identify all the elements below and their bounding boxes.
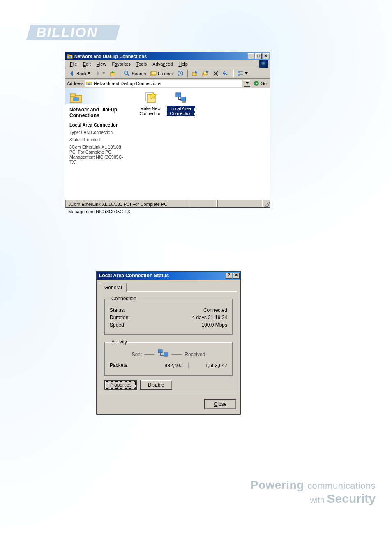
svg-rect-25 — [176, 93, 181, 97]
search-label: Search — [131, 71, 146, 76]
packets-label: Packets: — [110, 362, 129, 369]
packets-sent-value: 932,400 — [150, 363, 182, 368]
tab-general[interactable]: General — [100, 283, 127, 292]
throbber-icon — [259, 60, 268, 68]
menu-help[interactable]: Help — [175, 61, 191, 67]
svg-line-6 — [127, 74, 129, 76]
close-dialog-button[interactable]: Close — [204, 399, 236, 409]
duration-value: 4 days 21:19:24 — [192, 315, 227, 320]
address-dropdown-button[interactable] — [244, 80, 250, 87]
minimize-button[interactable]: _ — [248, 53, 254, 59]
svg-rect-3 — [69, 56, 71, 58]
address-field[interactable]: Network and Dial-up Connections — [85, 80, 242, 87]
undo-icon — [223, 70, 229, 77]
views-icon — [237, 70, 244, 77]
up-button[interactable] — [108, 69, 118, 78]
svg-rect-21 — [70, 94, 75, 96]
activity-group-legend: Activity — [110, 339, 129, 345]
speed-label: Speed: — [110, 322, 125, 328]
help-button[interactable]: ? — [226, 273, 232, 279]
make-new-connection-icon[interactable]: Make New Connection — [136, 91, 164, 116]
menu-favorites[interactable]: Favorites — [109, 61, 133, 67]
footer-word-powering: Powering — [251, 479, 304, 491]
close-button[interactable]: ✕ — [263, 53, 269, 59]
statusbar-main-cell: 3Com EtherLink XL 10/100 PCI For Complet… — [65, 200, 187, 207]
connection-group: Connection Status: Connected Duration: 4… — [104, 296, 233, 335]
copy-to-button[interactable] — [201, 69, 210, 78]
properties-button[interactable]: Properties — [104, 380, 137, 390]
wizard-icon — [144, 91, 157, 104]
search-icon — [124, 70, 130, 77]
lan-connection-icon — [174, 91, 187, 104]
address-bar: Address Network and Dial-up Connections … — [65, 79, 270, 88]
dialog-title: Local Area Connection Status — [99, 273, 169, 279]
back-label: Back — [76, 71, 86, 76]
disable-button[interactable]: Disable — [140, 380, 172, 390]
svg-rect-14 — [238, 74, 240, 76]
brand-text: BILLION — [36, 24, 98, 40]
activity-computers-icon — [157, 349, 169, 360]
delete-icon — [213, 71, 219, 76]
statusbar-cell-3 — [217, 200, 263, 207]
status-label: Status: — [110, 307, 125, 313]
brand-logo: BILLION — [22, 22, 121, 44]
chevron-down-icon — [102, 72, 105, 75]
explorer-toolbar: Back Search Folders — [65, 68, 270, 79]
statusbar-cell-2 — [188, 200, 217, 207]
disable-button-rest: isable — [151, 382, 164, 388]
explorer-info-panel: Network and Dial-up Connections Local Ar… — [65, 88, 133, 199]
undo-button[interactable] — [221, 69, 231, 78]
tab-strip: General — [100, 282, 237, 291]
chevron-down-icon — [88, 72, 90, 75]
menu-view[interactable]: View — [94, 61, 109, 67]
back-arrow-icon — [69, 70, 75, 77]
menu-tools[interactable]: Tools — [134, 61, 150, 67]
footer-word-with: with — [310, 495, 325, 504]
dialog-titlebar[interactable]: Local Area Connection Status ? ✕ — [97, 272, 240, 280]
back-button[interactable]: Back — [67, 69, 92, 78]
explorer-body: Network and Dial-up Connections Local Ar… — [65, 88, 270, 199]
search-button[interactable]: Search — [122, 69, 148, 78]
address-value: Network and Dial-up Connections — [94, 81, 241, 86]
close-button-rest: lose — [217, 401, 226, 407]
folders-icon — [150, 70, 157, 77]
history-button[interactable] — [175, 69, 185, 78]
local-area-connection-icon[interactable]: Local Area Connection — [167, 91, 195, 116]
explorer-titlebar[interactable]: Network and Dial-up Connections _ □ ✕ — [65, 52, 270, 60]
packets-received-value: 1,553,647 — [194, 363, 227, 368]
move-to-button[interactable] — [190, 69, 200, 78]
menu-edit[interactable]: Edit — [80, 61, 94, 67]
speed-value: 100.0 Mbps — [201, 322, 227, 328]
connection-group-legend: Connection — [110, 296, 138, 302]
views-button[interactable] — [235, 69, 249, 78]
panel-type-line: Type: LAN Connection — [69, 130, 129, 135]
duration-label: Duration: — [110, 315, 130, 320]
forward-button[interactable] — [93, 69, 107, 78]
menu-advanced[interactable]: Advanced — [150, 61, 175, 67]
maximize-button[interactable]: □ — [255, 53, 262, 59]
svg-rect-29 — [164, 353, 168, 356]
address-label: Address — [67, 81, 83, 86]
go-icon — [254, 81, 259, 86]
copy-to-icon — [202, 70, 209, 77]
delete-button[interactable] — [211, 70, 220, 77]
chevron-down-icon — [245, 72, 248, 75]
svg-rect-27 — [182, 101, 186, 103]
footer-tagline: Powering communications with Security — [251, 479, 376, 506]
resize-grip-icon[interactable] — [263, 200, 270, 207]
folders-button[interactable]: Folders — [148, 69, 175, 78]
menu-file[interactable]: File — [67, 61, 80, 67]
footer-word-security: Security — [327, 492, 376, 505]
history-icon — [177, 70, 184, 77]
status-value: Connected — [203, 307, 227, 313]
close-button[interactable]: ✕ — [233, 273, 240, 279]
svg-rect-2 — [67, 54, 69, 55]
panel-nic-line: 3Com EtherLink XL 10/100 PCI For Complet… — [69, 145, 129, 164]
properties-button-rest: roperties — [113, 382, 132, 388]
explorer-icons-area[interactable]: Make New Connection Local Area Connectio… — [133, 88, 270, 199]
explorer-title: Network and Dial-up Connections — [74, 54, 147, 59]
dialog-footer: Close — [97, 396, 240, 414]
svg-point-5 — [125, 71, 128, 74]
activity-group: Activity Sent — [104, 339, 233, 376]
go-button[interactable]: Go — [252, 81, 268, 86]
